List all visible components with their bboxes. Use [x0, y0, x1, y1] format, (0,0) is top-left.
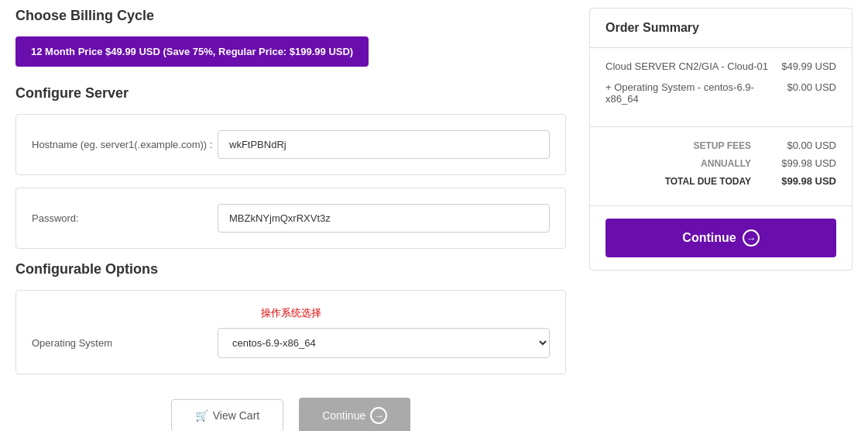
total-due-label: TOTAL DUE TODAY	[665, 176, 751, 187]
password-label: Password:	[32, 212, 218, 224]
configure-server-title: Configure Server	[15, 85, 566, 102]
os-config-section: 操作系统选择 Operating System centos-6.9-x86_6…	[15, 290, 566, 374]
bottom-actions: 🛒 View Cart Continue →	[15, 398, 566, 431]
password-input[interactable]	[218, 204, 550, 233]
order-summary-title: Order Summary	[590, 9, 852, 48]
order-item-name-2: + Operating System - centos-6.9-x86_64	[606, 81, 779, 105]
password-row: Password:	[32, 204, 550, 233]
setup-fees-value: $0.00 USD	[767, 140, 836, 151]
order-item-row: Cloud SERVER CN2/GIA - Cloud-01 $49.99 U…	[606, 60, 836, 72]
order-item-row-2: + Operating System - centos-6.9-x86_64 $…	[606, 81, 836, 105]
os-hint-label: 操作系统选择	[32, 306, 550, 320]
configurable-options-title: Configurable Options	[15, 261, 566, 278]
continue-section: Continue →	[590, 206, 852, 270]
os-select[interactable]: centos-6.9-x86_64 ubuntu-20.04-x86_64 de…	[218, 328, 550, 358]
hostname-section: Hostname (eg. server1(.example.com)) :	[15, 114, 566, 175]
hostname-input[interactable]	[218, 130, 550, 159]
total-due-value: $99.98 USD	[767, 175, 836, 187]
continue-arrow-icon: →	[743, 229, 760, 247]
view-cart-label: View Cart	[213, 409, 259, 422]
view-cart-button[interactable]: 🛒 View Cart	[171, 399, 283, 431]
os-label: Operating System	[32, 337, 218, 349]
order-items-list: Cloud SERVER CN2/GIA - Cloud-01 $49.99 U…	[590, 48, 852, 127]
billing-cycle-button[interactable]: 12 Month Price $49.99 USD (Save 75%, Reg…	[15, 36, 369, 67]
hostname-row: Hostname (eg. server1(.example.com)) :	[32, 130, 550, 159]
order-item-price-2: $0.00 USD	[787, 81, 836, 93]
total-due-row: TOTAL DUE TODAY $99.98 USD	[606, 175, 836, 187]
order-summary-panel: Order Summary Cloud SERVER CN2/GIA - Clo…	[589, 8, 853, 271]
billing-cycle-title: Choose Billing Cycle	[15, 8, 566, 24]
continue-label: Continue	[682, 231, 736, 245]
annually-value: $99.98 USD	[767, 157, 836, 169]
order-item-name-1: Cloud SERVER CN2/GIA - Cloud-01	[606, 60, 774, 72]
order-totals: SETUP FEES $0.00 USD ANNUALLY $99.98 USD…	[590, 127, 852, 206]
setup-fees-row: SETUP FEES $0.00 USD	[606, 140, 836, 151]
annually-label: ANNUALLY	[701, 158, 751, 169]
os-row: Operating System centos-6.9-x86_64 ubunt…	[32, 328, 550, 358]
order-item-price-1: $49.99 USD	[781, 60, 836, 72]
continue-bottom-button[interactable]: Continue →	[299, 398, 410, 431]
setup-fees-label: SETUP FEES	[694, 140, 751, 151]
arrow-right-icon: →	[370, 407, 387, 424]
continue-bottom-label: Continue	[322, 409, 365, 422]
password-section: Password:	[15, 188, 566, 249]
hostname-label: Hostname (eg. server1(.example.com)) :	[32, 139, 218, 150]
annually-row: ANNUALLY $99.98 USD	[606, 157, 836, 169]
cart-icon: 🛒	[195, 409, 208, 422]
continue-button[interactable]: Continue →	[606, 219, 836, 257]
